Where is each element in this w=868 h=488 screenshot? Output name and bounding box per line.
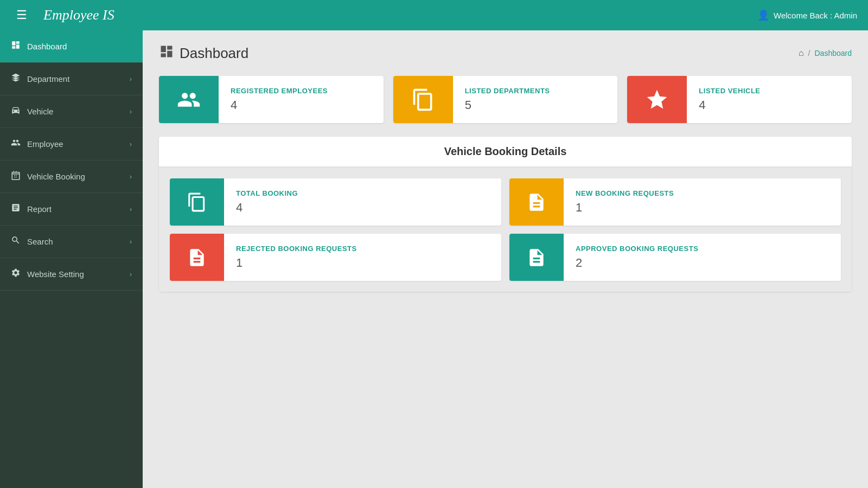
sidebar-item-report[interactable]: Report › (0, 193, 143, 226)
breadcrumb-current: Dashboard (815, 49, 852, 57)
chevron-icon: › (130, 205, 132, 213)
stats-row: REGISTERED EMPLOYEES 4 LISTED DEPARTMENT… (159, 76, 852, 123)
sidebar-item-label: Dashboard (27, 42, 67, 51)
welcome-message: 👤 Welcome Back : Admin (757, 9, 857, 21)
booking-value: 2 (576, 256, 698, 270)
sidebar-item-vehicle[interactable]: Vehicle › (0, 95, 143, 128)
sidebar-item-label: Vehicle (27, 107, 53, 116)
booking-label: REJECTED BOOKING REQUESTS (236, 245, 357, 253)
report-icon (11, 203, 21, 215)
sidebar-item-search[interactable]: Search › (0, 226, 143, 258)
sidebar-item-employee[interactable]: Employee › (0, 128, 143, 160)
chevron-icon: › (130, 172, 132, 181)
vehicle-booking-icon (11, 170, 21, 183)
stat-icon-box-departments (393, 76, 453, 123)
booking-label: APPROVED BOOKING REQUESTS (576, 245, 698, 253)
stat-label: REGISTERED EMPLOYEES (231, 87, 328, 95)
vehicle-icon (11, 105, 21, 118)
booking-section: Vehicle Booking Details TOTAL BOOKING 4 (159, 137, 852, 292)
sidebar-item-vehicle-booking[interactable]: Vehicle Booking › (0, 160, 143, 193)
user-icon: 👤 (757, 9, 769, 21)
chevron-icon: › (130, 270, 132, 278)
booking-card-rejected: REJECTED BOOKING REQUESTS 1 (170, 234, 501, 281)
sidebar-item-department[interactable]: Department › (0, 63, 143, 95)
welcome-text: Welcome Back : Admin (774, 11, 857, 20)
top-header: ☰ Employee IS 👤 Welcome Back : Admin (0, 0, 868, 30)
sidebar-item-label: Website Setting (27, 269, 84, 279)
booking-icon-approved (509, 234, 564, 281)
employee-icon (11, 138, 21, 150)
main-content: Dashboard ⌂ / Dashboard REGISTERED EMPLO… (143, 30, 868, 488)
booking-card-new: NEW BOOKING REQUESTS 1 (509, 178, 841, 226)
sidebar-item-website-setting[interactable]: Website Setting › (0, 258, 143, 291)
settings-icon (11, 268, 21, 280)
sidebar: Dashboard Department › Vehicle › (0, 30, 143, 488)
booking-icon-new (509, 178, 564, 226)
breadcrumb: ⌂ / Dashboard (799, 48, 852, 58)
sidebar-item-label: Employee (27, 139, 63, 149)
hamburger-icon: ☰ (16, 8, 27, 22)
sidebar-item-label: Search (27, 237, 53, 246)
booking-value: 1 (576, 201, 674, 215)
breadcrumb-separator: / (808, 49, 810, 57)
dashboard-title-icon (159, 44, 174, 62)
booking-value: 4 (236, 201, 298, 215)
stat-label: LISTED DEPARTMENTS (465, 87, 550, 95)
stat-card-listed-departments: LISTED DEPARTMENTS 5 (393, 76, 618, 123)
stat-value: 5 (465, 98, 550, 112)
home-icon: ⌂ (799, 48, 804, 58)
chevron-icon: › (130, 107, 132, 115)
page-title-area: Dashboard (159, 44, 248, 62)
booking-card-approved: APPROVED BOOKING REQUESTS 2 (509, 234, 841, 281)
booking-icon-rejected (170, 234, 224, 281)
dashboard-icon (11, 40, 21, 53)
booking-value: 1 (236, 256, 357, 270)
stat-card-listed-vehicle: LISTED VEHICLE 4 (627, 76, 852, 123)
stat-icon-box-vehicle (627, 76, 687, 123)
hamburger-button[interactable]: ☰ (11, 5, 33, 25)
booking-grid: TOTAL BOOKING 4 NEW BOOKING REQUESTS 1 (159, 168, 852, 292)
stat-label: LISTED VEHICLE (699, 87, 760, 95)
booking-section-title: Vehicle Booking Details (159, 137, 852, 168)
sidebar-item-dashboard[interactable]: Dashboard (0, 30, 143, 63)
sidebar-item-label: Vehicle Booking (27, 172, 85, 181)
stat-icon-box-employees (159, 76, 219, 123)
sidebar-item-label: Report (27, 204, 52, 214)
department-icon (11, 73, 21, 85)
chevron-icon: › (130, 237, 132, 246)
sidebar-item-label: Department (27, 74, 69, 84)
stat-value: 4 (699, 98, 760, 112)
booking-icon-total (170, 178, 224, 226)
stat-card-registered-employees: REGISTERED EMPLOYEES 4 (159, 76, 384, 123)
page-title: Dashboard (180, 45, 248, 62)
booking-card-total: TOTAL BOOKING 4 (170, 178, 501, 226)
search-icon (11, 235, 21, 248)
stat-value: 4 (231, 98, 328, 112)
booking-label: NEW BOOKING REQUESTS (576, 189, 674, 197)
chevron-icon: › (130, 140, 132, 148)
chevron-icon: › (130, 75, 132, 83)
page-header: Dashboard ⌂ / Dashboard (159, 44, 852, 62)
app-logo: Employee IS (43, 7, 114, 23)
booking-label: TOTAL BOOKING (236, 189, 298, 197)
